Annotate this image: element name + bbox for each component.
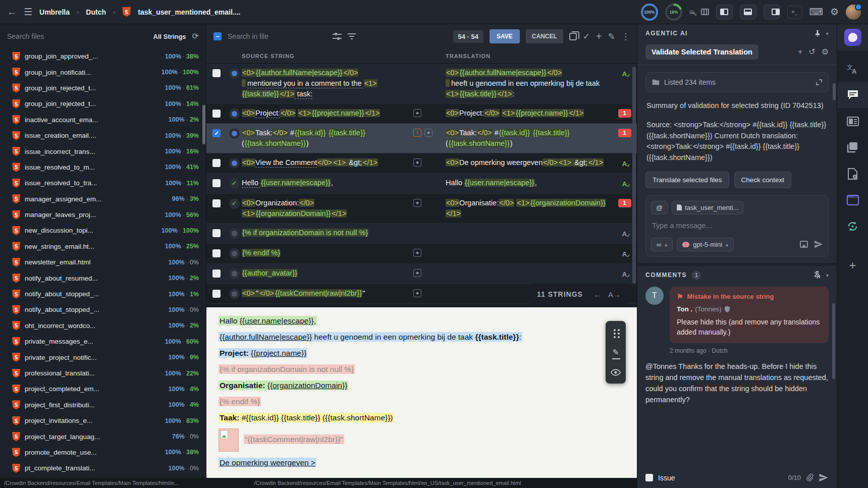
issue-count-badge[interactable]: 1 — [618, 199, 631, 207]
string-row[interactable]: ✓<0>Task:</0> #{{task.id}} {{task.title}… — [206, 124, 637, 153]
approve-check-icon[interactable]: ✓ — [583, 32, 590, 41]
string-row[interactable]: <0>View the Comment</0><1> &gt;</1>★<0>D… — [206, 153, 637, 174]
file-item[interactable]: 5issue_creation_email....100%·39% — [0, 128, 206, 143]
new-chat-icon[interactable]: + — [798, 48, 802, 56]
draft-icon[interactable]: ≡✎ — [689, 8, 694, 16]
eye-icon[interactable] — [608, 364, 623, 381]
issue-count-badge[interactable]: 1 — [618, 109, 631, 118]
translate-selected-files-button[interactable]: Translate selected files — [645, 172, 729, 188]
string-row[interactable]: ✓Hello {{user.name|escape}},Hallo {{user… — [206, 174, 637, 194]
file-item[interactable]: 5private_project_notific...100%·9% — [0, 349, 206, 365]
issue-comment-icon[interactable]: ! — [413, 129, 421, 137]
user-avatar[interactable] — [846, 5, 861, 20]
issue-checkbox[interactable] — [645, 474, 653, 481]
file-item[interactable]: 5issue_resolved_to_tra...100%·11% — [0, 175, 206, 191]
file-item[interactable]: 5inactive_account_ema...100%·2% — [0, 112, 206, 128]
unapproved-icon[interactable]: A — [622, 269, 627, 280]
message-input[interactable]: Type a message... — [652, 222, 822, 230]
row-checkbox[interactable] — [212, 229, 221, 237]
translate-next-icon[interactable]: A→ — [608, 290, 621, 299]
tm-suggestion-icon[interactable]: ★ — [413, 289, 421, 297]
file-item[interactable]: 5project_invitations_e...100%·83% — [0, 413, 206, 428]
cancel-button[interactable]: CANCEL — [526, 29, 563, 43]
preview-tab[interactable] — [837, 187, 868, 213]
history-icon[interactable]: ↺ — [808, 48, 815, 56]
kebab-menu-icon[interactable]: ⋮ — [621, 32, 630, 41]
translate-tab[interactable]: 文A — [837, 56, 868, 82]
save-button[interactable]: SAVE — [490, 29, 520, 43]
file-item[interactable]: 5oht_incorrect_wordco...100%·2% — [0, 318, 206, 334]
row-checkbox[interactable]: ✓ — [212, 129, 221, 137]
back-icon[interactable]: ← — [7, 7, 17, 17]
file-item[interactable]: 5manager_assigned_em...96%·3% — [0, 191, 206, 207]
string-row[interactable]: <0>Project:</0> <1>{{project.name}}</1>★… — [206, 104, 637, 124]
strings-filter-dropdown[interactable]: All Strings — [153, 33, 186, 40]
preview-link[interactable]: De opmerking weergeven > — [219, 457, 625, 468]
terminal-icon[interactable]: >_ — [787, 6, 802, 19]
model-selector[interactable]: gpt-5-mini▴ — [677, 238, 734, 251]
string-row[interactable]: {% endif %}★A — [206, 244, 637, 264]
file-item[interactable]: 5pt_complete_translati...100%·0% — [0, 460, 206, 476]
translated-progress-ring[interactable]: 100% — [641, 4, 658, 21]
string-row[interactable]: {% if organizationDomain is not null %}A — [206, 224, 637, 244]
plus-icon[interactable]: + — [596, 31, 602, 41]
file-item[interactable]: 5issue_resolved_to_m...100%·41% — [0, 159, 206, 175]
pencil-icon[interactable]: ✎ — [608, 32, 615, 41]
file-item[interactable]: 5group_join_rejected_t...100%·14% — [0, 96, 206, 112]
comments-tab[interactable] — [837, 82, 868, 108]
edit-preview-icon[interactable]: ✎ — [608, 344, 623, 361]
select-all-checkbox[interactable]: – — [213, 32, 222, 40]
file-context-chip[interactable]: task_user_menti... — [672, 201, 743, 214]
approved-icon[interactable]: A — [622, 179, 627, 189]
filter-icon[interactable] — [348, 33, 356, 39]
tm-suggestion-icon[interactable]: ★ — [413, 249, 421, 257]
file-item[interactable]: 5newsletter_email.html100%·0% — [0, 254, 206, 270]
file-item[interactable]: 5notify_about_stopped_...100%·0% — [0, 302, 206, 317]
file-item[interactable]: 5notify_about_resumed...100%·2% — [0, 270, 206, 286]
sidebar-scrollbar[interactable] — [202, 105, 205, 144]
file-item[interactable]: 5manager_leaves_proj...100%·56% — [0, 207, 206, 223]
file-item[interactable]: 5group_join_notificati...100%·100% — [0, 64, 206, 80]
row-checkbox[interactable] — [212, 269, 221, 278]
prev-arrow-icon[interactable]: ← — [593, 290, 601, 299]
search-in-file-input[interactable]: Search in file — [228, 32, 327, 40]
row-checkbox[interactable] — [212, 249, 221, 257]
file-item[interactable]: 5project_first_distributi...100%·4% — [0, 397, 206, 413]
pin-off-icon[interactable] — [813, 271, 821, 279]
keyboard-icon[interactable]: ⌨ — [809, 7, 823, 17]
pin-icon[interactable] — [814, 30, 821, 37]
approved-icon[interactable]: A — [622, 69, 627, 79]
tm-suggestion-icon[interactable]: ★ — [413, 269, 421, 277]
string-row[interactable]: ✓<0>Organization:</0><1>{{organizationDo… — [206, 194, 637, 224]
row-checkbox[interactable] — [212, 69, 221, 77]
comment-author[interactable]: Ton . — [677, 305, 692, 313]
grid-view-icon[interactable] — [701, 9, 709, 15]
row-checkbox[interactable] — [212, 290, 221, 298]
add-panel-tab[interactable]: + — [837, 252, 868, 279]
file-item[interactable]: 5professional_translati...100%·22% — [0, 365, 206, 381]
send-icon[interactable] — [814, 240, 823, 248]
issue-count-badge[interactable]: 1 — [618, 129, 631, 137]
breadcrumb-language[interactable]: Dutch — [86, 8, 106, 16]
glossary-tab[interactable] — [837, 134, 868, 160]
listed-items-card[interactable]: Listed 234 items — [645, 72, 829, 92]
tm-suggestion-icon[interactable]: ★ — [413, 109, 421, 117]
file-info-tab[interactable] — [837, 160, 868, 187]
commenter-avatar[interactable]: T — [645, 287, 664, 305]
mode-toggle[interactable]: ∞▴ — [651, 238, 673, 251]
unapproved-icon[interactable]: A — [622, 229, 627, 239]
row-checkbox[interactable] — [212, 179, 221, 187]
attach-icon[interactable] — [806, 473, 813, 482]
string-row[interactable]: <0>{{author.fullName|escape}}</0>mention… — [206, 64, 637, 104]
gear-icon[interactable]: ⚙ — [830, 7, 839, 17]
breadcrumb-project[interactable]: Umbrella — [39, 8, 70, 16]
prompt-selector[interactable]: Validate Selected Translation — [645, 44, 758, 60]
toggle-right-panel-button[interactable] — [764, 5, 780, 19]
pretranslate-tab[interactable] — [837, 213, 868, 239]
ai-scrollbar[interactable] — [833, 83, 836, 100]
menu-icon[interactable]: ☰ — [24, 7, 32, 17]
copy-source-icon[interactable] — [569, 33, 577, 40]
ai-settings-gear-icon[interactable]: ⚙ — [822, 48, 829, 56]
string-row[interactable]: {{author_avatar}}★A — [206, 264, 637, 284]
file-item[interactable]: 5promote_demote_use...100%·38% — [0, 445, 206, 460]
